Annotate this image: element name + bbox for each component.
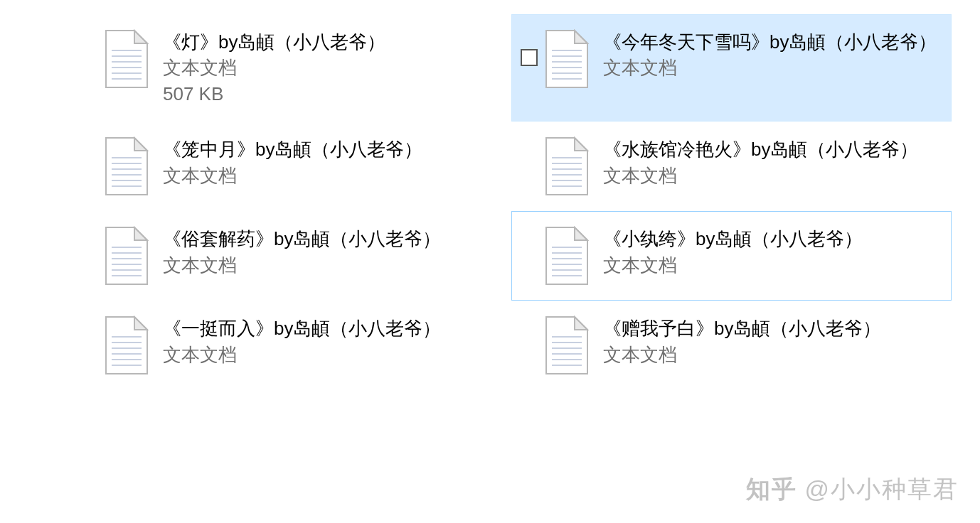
- checkbox-slot: [519, 334, 539, 354]
- file-item[interactable]: 《小纨绔》by岛頔（小八老爷）文本文档: [511, 211, 952, 301]
- file-item[interactable]: 《赠我予白》by岛頔（小八老爷）文本文档: [511, 301, 952, 390]
- text-file-icon: [103, 226, 150, 286]
- file-name: 《笼中月》by岛頔（小八老爷）: [163, 136, 504, 162]
- file-info: 《赠我予白》by岛頔（小八老爷）文本文档: [603, 316, 944, 367]
- file-name: 《赠我予白》by岛頔（小八老爷）: [603, 316, 944, 341]
- file-type: 文本文档: [163, 163, 504, 188]
- file-item[interactable]: 《灯》by岛頔（小八老爷）文本文档507 KB: [71, 14, 511, 122]
- file-name: 《俗套解药》by岛頔（小八老爷）: [163, 226, 504, 252]
- file-info: 《笼中月》by岛頔（小八老爷）文本文档: [163, 136, 504, 188]
- text-file-icon: [103, 29, 150, 89]
- checkbox-slot: [519, 48, 539, 68]
- file-checkbox[interactable]: [521, 49, 538, 66]
- svg-marker-9: [575, 31, 587, 43]
- file-type: 文本文档: [163, 252, 504, 278]
- text-file-icon: [543, 316, 590, 375]
- file-type: 文本文档: [603, 163, 944, 188]
- file-info: 《灯》by岛頔（小八老爷）文本文档507 KB: [163, 29, 504, 107]
- file-type: 文本文档: [163, 55, 504, 80]
- watermark-logo: 知乎: [746, 473, 797, 506]
- file-name: 《今年冬天下雪吗》by岛頔（小八老爷）: [603, 29, 944, 55]
- file-type: 文本文档: [603, 252, 944, 278]
- svg-marker-17: [134, 138, 147, 151]
- watermark: 知乎 @小小种草君: [746, 473, 959, 506]
- checkbox-slot: [519, 155, 539, 175]
- text-file-icon: [103, 136, 150, 196]
- file-info: 《水族馆冷艳火》by岛頔（小八老爷）文本文档: [603, 136, 944, 188]
- file-type: 文本文档: [163, 342, 504, 367]
- checkbox-slot: [79, 155, 99, 175]
- svg-marker-33: [134, 227, 147, 240]
- watermark-text: @小小种草君: [804, 473, 959, 506]
- file-item[interactable]: 《今年冬天下雪吗》by岛頔（小八老爷）文本文档: [511, 14, 952, 122]
- svg-marker-41: [575, 227, 587, 240]
- file-type: 文本文档: [603, 342, 944, 367]
- checkbox-slot: [79, 48, 99, 68]
- text-file-icon: [103, 316, 150, 375]
- text-file-icon: [543, 226, 590, 286]
- file-name: 《水族馆冷艳火》by岛頔（小八老爷）: [603, 136, 944, 162]
- checkbox-slot: [79, 334, 99, 354]
- checkbox-slot: [519, 244, 539, 264]
- svg-marker-49: [134, 317, 147, 330]
- file-type: 文本文档: [603, 55, 944, 80]
- file-item[interactable]: 《一挺而入》by岛頔（小八老爷）文本文档: [71, 301, 511, 390]
- file-item[interactable]: 《水族馆冷艳火》by岛頔（小八老爷）文本文档: [511, 122, 952, 211]
- text-file-icon: [543, 29, 590, 89]
- file-info: 《俗套解药》by岛頔（小八老爷）文本文档: [163, 226, 504, 278]
- file-info: 《一挺而入》by岛頔（小八老爷）文本文档: [163, 316, 504, 367]
- file-name: 《一挺而入》by岛頔（小八老爷）: [163, 316, 504, 341]
- file-item[interactable]: 《笼中月》by岛頔（小八老爷）文本文档: [71, 122, 511, 211]
- checkbox-slot: [79, 244, 99, 264]
- file-name: 《小纨绔》by岛頔（小八老爷）: [603, 226, 944, 252]
- text-file-icon: [543, 136, 590, 196]
- svg-marker-57: [575, 317, 587, 330]
- file-name: 《灯》by岛頔（小八老爷）: [163, 29, 504, 55]
- file-info: 《小纨绔》by岛頔（小八老爷）文本文档: [603, 226, 944, 278]
- svg-marker-25: [575, 138, 587, 151]
- file-size: 507 KB: [163, 81, 504, 107]
- file-item[interactable]: 《俗套解药》by岛頔（小八老爷）文本文档: [71, 211, 511, 301]
- file-info: 《今年冬天下雪吗》by岛頔（小八老爷）文本文档: [603, 29, 944, 81]
- svg-marker-1: [134, 31, 147, 43]
